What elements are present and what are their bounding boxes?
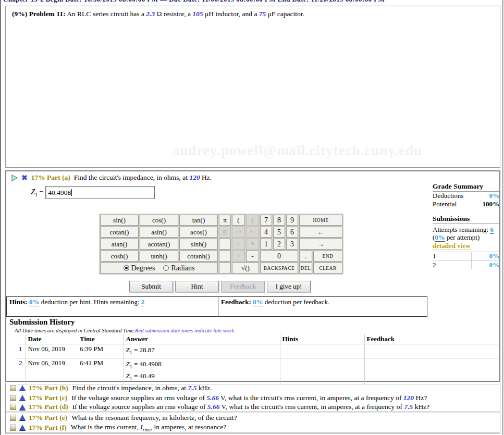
key-tan[interactable]: tan() <box>179 215 218 226</box>
collapsed-parts-list: 17% Part (b)Find the circuit's impedance… <box>5 383 500 434</box>
text-run: kHz. <box>196 384 212 392</box>
degrees-radio[interactable]: Degrees <box>124 264 155 272</box>
key-divide: / <box>232 239 245 250</box>
key-cotanh[interactable]: cotanh() <box>179 251 218 262</box>
part-label: 17% Part (d) <box>29 403 68 411</box>
bold-text: Problem 11: <box>29 10 66 18</box>
answer-line: Z1 = 28.87 <box>126 345 278 357</box>
key-atan[interactable]: atan() <box>100 239 139 250</box>
grade-row-label: Deductions <box>433 192 463 200</box>
key-open-paren[interactable]: ( <box>232 215 245 226</box>
angle-mode-radios: DegreesRadians <box>100 263 218 274</box>
alert-triangle-icon <box>19 385 26 391</box>
key-tanh[interactable]: tanh() <box>140 251 178 262</box>
text-run: An RLC series circuit has a <box>66 10 146 18</box>
key-decimal[interactable]: . <box>299 251 312 262</box>
part-label: 17% Part (b) <box>29 384 68 392</box>
radians-radio[interactable]: Radians <box>163 264 194 272</box>
part-row-f[interactable]: 17% Part (f)What is the rms current, Irm… <box>6 422 500 432</box>
part-a-header: ✖ 17% Part (a) Find the circuit's impeda… <box>11 173 212 182</box>
key-1[interactable]: 1 <box>260 239 272 250</box>
key-8[interactable]: 8 <box>273 215 285 226</box>
part-row-b[interactable]: 17% Part (b)Find the circuit's impedance… <box>6 383 500 393</box>
key-acotan[interactable]: acotan() <box>140 239 178 250</box>
given-value: 75 <box>259 10 266 18</box>
text-run: Hz. <box>200 173 212 181</box>
part-row-d[interactable]: 17% Part (d)If the voltage source suppli… <box>6 403 500 413</box>
degrees-radio-label: Degrees <box>131 264 155 272</box>
radians-radio-label: Radians <box>171 264 194 272</box>
key-backspace[interactable]: BACKSPACE <box>260 263 298 274</box>
problem-statement-box: (9%) Problem 11: An RLC series circuit h… <box>5 6 500 168</box>
submission-number: 2 <box>17 358 26 384</box>
key-acos[interactable]: acos() <box>179 227 218 238</box>
key-home[interactable]: HOME <box>299 215 342 226</box>
key-5[interactable]: 5 <box>273 227 285 238</box>
key-sin[interactable]: sin() <box>100 215 139 226</box>
key-6[interactable]: 6 <box>286 227 298 238</box>
key-minus[interactable]: - <box>246 251 259 262</box>
key-cosh[interactable]: cosh() <box>100 251 139 262</box>
key-asin[interactable]: asin() <box>140 227 178 238</box>
submission-history-title: Submission History <box>9 318 75 327</box>
key-sinh[interactable]: sinh() <box>179 239 218 250</box>
detailed-view-link[interactable]: detailed view <box>433 242 471 250</box>
submission-feedback <box>364 344 499 358</box>
key-pi[interactable]: π <box>219 215 231 226</box>
key-clear[interactable]: CLEAR <box>313 263 342 274</box>
hints-remaining-value: 2 <box>141 298 145 306</box>
key-0[interactable]: 0 <box>260 251 298 262</box>
given-value: 7.5 <box>404 403 413 411</box>
alert-triangle-icon <box>19 404 26 410</box>
col-date: Date <box>26 334 78 344</box>
radians-radio-circle[interactable] <box>163 265 169 271</box>
submit-button[interactable]: Submit <box>129 281 173 292</box>
key-cursor-right[interactable]: → <box>299 239 342 250</box>
collapsed-panel-icon <box>10 395 16 401</box>
grade-row-deductions: Deductions0% <box>433 192 499 200</box>
degrees-radio-circle[interactable] <box>124 265 129 271</box>
part-a-panel: ✖ 17% Part (a) Find the circuit's impeda… <box>5 170 500 382</box>
answer-line: Z1 = 40.49 <box>126 371 278 383</box>
bold-text: (9%) <box>12 10 27 18</box>
grade-row-potential: Potential100% <box>433 200 499 208</box>
attempts-remaining: Attempts remaining: 6 <box>433 226 499 233</box>
submission-number: 1 <box>17 344 26 358</box>
text-run: μF capacitor. <box>266 10 304 18</box>
key-blank <box>219 263 231 274</box>
submission-answer: Z1 = 40.4908Z1 = 40.49 <box>124 358 280 384</box>
collapsed-panel-icon <box>10 385 16 391</box>
part-row-c[interactable]: 17% Part (c)If the voltage source suppli… <box>6 393 500 403</box>
col-time: Time <box>78 334 124 344</box>
hint-button[interactable]: Hint <box>175 281 219 292</box>
part-label: 17% Part (c) <box>29 394 67 402</box>
key-e-notation: E <box>219 227 231 238</box>
attempt-row: 10% <box>433 252 499 260</box>
key-7[interactable]: 7 <box>260 215 272 226</box>
key-3[interactable]: 3 <box>286 239 298 250</box>
key-9[interactable]: 9 <box>286 215 298 226</box>
key-cotan[interactable]: cotan() <box>100 227 139 238</box>
key-2[interactable]: 2 <box>273 239 285 250</box>
part-question: If the voltage source supplies an rms vo… <box>71 394 427 402</box>
collapsed-panel-icon <box>10 404 16 410</box>
key-raise-exponent: ↑^ <box>232 227 245 238</box>
key-sqrt[interactable]: √() <box>232 263 259 274</box>
key-del[interactable]: DEL <box>299 263 312 274</box>
key-4[interactable]: 4 <box>260 227 272 238</box>
key-cursor-left[interactable]: ← <box>299 227 342 238</box>
expand-play-icon[interactable] <box>11 175 18 181</box>
hint-deduction-pct: 0% <box>29 298 40 306</box>
part-row-e[interactable]: 17% Part (e)What is the resonant frequen… <box>6 413 500 422</box>
key-end[interactable]: END <box>313 251 342 262</box>
submission-date: Nov 06, 2019 <box>26 344 78 358</box>
key-cos[interactable]: cos() <box>140 215 178 226</box>
text-run: V, what is the circuit's rms current, in… <box>219 394 403 402</box>
attempt-score: 0% <box>471 252 499 260</box>
give-up-button[interactable]: I give up! <box>267 281 311 292</box>
submission-history-note: All Date times are displayed in Central … <box>15 328 235 333</box>
text-run: V, what is the circuit's rms current, in… <box>219 403 404 411</box>
submission-date: Nov 06, 2019 <box>26 358 78 384</box>
part-a-label: 17% Part (a) <box>31 173 70 182</box>
answer-input[interactable]: 40.4908 <box>45 186 155 199</box>
